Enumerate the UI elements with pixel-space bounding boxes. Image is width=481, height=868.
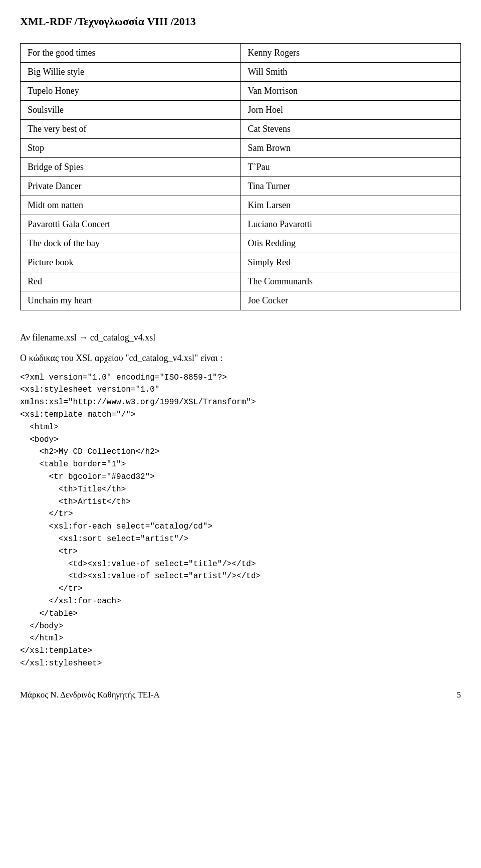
- cd-title-cell: Bridge of Spies: [21, 158, 241, 177]
- cd-artist-cell: Kim Larsen: [241, 196, 461, 215]
- cd-title-cell: For the good times: [21, 44, 241, 63]
- section-intro-text1b: cd_catalog_v4.xsl: [88, 332, 155, 342]
- cd-artist-cell: Joe Cocker: [241, 291, 461, 310]
- table-row: RedThe Communards: [21, 272, 461, 291]
- table-row: The very best ofCat Stevens: [21, 120, 461, 139]
- cd-title-cell: The very best of: [21, 120, 241, 139]
- table-row: Midt om nattenKim Larsen: [21, 196, 461, 215]
- table-row: SoulsvilleJorn Hoel: [21, 101, 461, 120]
- table-row: Tupelo HoneyVan Morrison: [21, 82, 461, 101]
- table-row: Unchain my heartJoe Cocker: [21, 291, 461, 310]
- cd-title-cell: Private Dancer: [21, 177, 241, 196]
- footer: Μάρκος Ν. Δενδρινός Καθηγητής ΤΕΙ-Α 5: [20, 690, 461, 700]
- cd-artist-cell: Otis Redding: [241, 234, 461, 253]
- footer-author: Μάρκος Ν. Δενδρινός Καθηγητής ΤΕΙ-Α: [20, 690, 160, 700]
- cd-artist-cell: Kenny Rogers: [241, 44, 461, 63]
- cd-artist-cell: Tina Turner: [241, 177, 461, 196]
- cd-title-cell: Picture book: [21, 253, 241, 272]
- cd-artist-cell: T`Pau: [241, 158, 461, 177]
- table-row: Bridge of SpiesT`Pau: [21, 158, 461, 177]
- cd-title-cell: Stop: [21, 139, 241, 158]
- table-row: Pavarotti Gala ConcertLuciano Pavarotti: [21, 215, 461, 234]
- arrow-icon: →: [79, 332, 88, 342]
- cd-artist-cell: The Communards: [241, 272, 461, 291]
- cd-title-cell: Tupelo Honey: [21, 82, 241, 101]
- cd-artist-cell: Will Smith: [241, 63, 461, 82]
- cd-title-cell: Big Willie style: [21, 63, 241, 82]
- cd-artist-cell: Jorn Hoel: [241, 101, 461, 120]
- section-intro-line2: Ο κώδικας του XSL αρχείου "cd_catalog_v4…: [20, 351, 461, 366]
- cd-title-cell: Soulsville: [21, 101, 241, 120]
- cd-artist-cell: Cat Stevens: [241, 120, 461, 139]
- footer-page-number: 5: [457, 690, 461, 700]
- section-intro-line1: Αν filename.xsl → cd_catalog_v4.xsl: [20, 330, 461, 345]
- cd-artist-cell: Van Morrison: [241, 82, 461, 101]
- cd-artist-cell: Luciano Pavarotti: [241, 215, 461, 234]
- cd-title-cell: Red: [21, 272, 241, 291]
- xsl-code-block: <?xml version="1.0" encoding="ISO-8859-1…: [20, 372, 461, 670]
- cd-title-cell: Midt om natten: [21, 196, 241, 215]
- section-intro-text1: Αν filename.xsl: [20, 332, 79, 342]
- table-row: Private DancerTina Turner: [21, 177, 461, 196]
- cd-title-cell: Unchain my heart: [21, 291, 241, 310]
- cd-title-cell: The dock of the bay: [21, 234, 241, 253]
- cd-artist-cell: Simply Red: [241, 253, 461, 272]
- cd-artist-cell: Sam Brown: [241, 139, 461, 158]
- cd-title-cell: Pavarotti Gala Concert: [21, 215, 241, 234]
- table-row: For the good timesKenny Rogers: [21, 44, 461, 63]
- cd-catalog-table: For the good timesKenny RogersBig Willie…: [20, 43, 461, 310]
- table-row: Big Willie styleWill Smith: [21, 63, 461, 82]
- table-row: The dock of the bayOtis Redding: [21, 234, 461, 253]
- table-row: StopSam Brown: [21, 139, 461, 158]
- table-row: Picture bookSimply Red: [21, 253, 461, 272]
- page-title: XML-RDF /Τεχνογλωσσία VIII /2013: [20, 15, 461, 28]
